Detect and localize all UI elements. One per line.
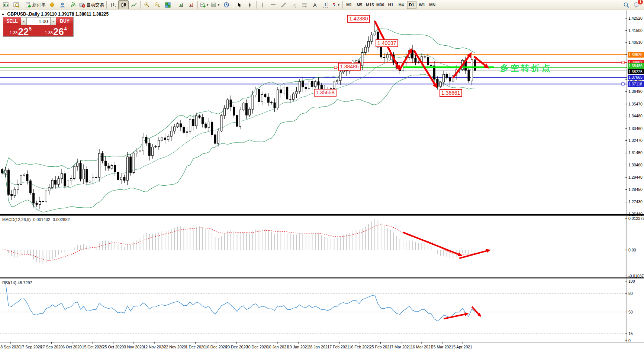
line-handle[interactable]	[622, 61, 624, 64]
line-chart-button[interactable]	[129, 0, 139, 9]
autotrading-button[interactable]: 自动交易	[78, 0, 105, 9]
cursor-icon	[237, 2, 242, 8]
price-label-trough[interactable]: 1.36661	[439, 89, 462, 97]
rsi-axis-label: 15	[628, 331, 633, 336]
macd-pane[interactable]	[2, 219, 491, 264]
timeframe-m5-button[interactable]: M5	[355, 1, 364, 9]
fibonacci-icon: F	[302, 2, 307, 8]
svg-text:E: E	[295, 6, 296, 8]
chart-title: ▲ GBPUSD-,Daily 1.39110 1.39178 1.38011 …	[1, 12, 109, 17]
arrows-tool-icon	[332, 2, 337, 7]
period-clock-button[interactable]	[221, 0, 232, 9]
search-button[interactable]	[621, 0, 631, 9]
metaeditor-button[interactable]	[47, 0, 57, 9]
timeframe-m30-button[interactable]: M30	[376, 1, 385, 9]
macd-axis-label: 0.00	[628, 248, 636, 252]
date-label: 3 Nov 2020	[124, 345, 144, 349]
cn-annotation-text[interactable]: 多空转折点	[500, 62, 552, 74]
hline-tool-button[interactable]	[268, 0, 278, 9]
zoom-out-button[interactable]	[152, 0, 162, 9]
text-tool-icon: A	[313, 2, 317, 8]
macd-axis-label: 0.012372	[628, 216, 644, 221]
sell-price[interactable]: 1.38 22 5	[3, 25, 38, 36]
collapse-panel-icon[interactable]: ▲	[1, 12, 4, 16]
price-label-level[interactable]: 1.38486	[338, 63, 361, 71]
toolbar-separator	[342, 1, 343, 9]
timeframe-h1-button[interactable]: H1	[386, 1, 396, 9]
trendline-tool-button[interactable]	[278, 0, 289, 9]
date-label: 12 Nov 2020	[143, 345, 165, 349]
price-label-retest[interactable]: 1.40037	[376, 39, 398, 47]
vline-tool-button[interactable]	[258, 0, 268, 9]
drawn-arrow[interactable]	[444, 314, 465, 319]
rsi-pane[interactable]	[0, 281, 627, 334]
auto-scroll-button[interactable]	[176, 0, 186, 9]
date-label: 5 Apr 2021	[453, 345, 472, 349]
timeframe-h4-button[interactable]: H4	[396, 1, 406, 9]
metaeditor-icon	[49, 2, 55, 8]
sell-price-prefix: 1.38	[10, 30, 17, 35]
price-label-shelf[interactable]: 1.35658	[314, 89, 337, 97]
ohlc-open: 1.39110	[41, 12, 57, 17]
zoom-in-button[interactable]	[142, 0, 152, 9]
candle-chart-button[interactable]	[118, 0, 129, 9]
candles-layer	[1, 20, 476, 209]
chart-canvas[interactable]: 1.425201.415001.405101.395201.374801.364…	[0, 10, 644, 351]
price-tick-label: 1.36490	[628, 89, 643, 94]
community-button[interactable]	[57, 0, 68, 9]
price-tick-label: 1.26440	[628, 212, 643, 216]
vline-icon	[261, 2, 265, 8]
new-order-button[interactable]: 新订单	[24, 0, 47, 9]
macd-pane-label: MACD(12,26,9) -0.001432 -0.002882	[2, 217, 70, 222]
sell-button[interactable]: SELL	[3, 17, 21, 25]
channel-tool-button[interactable]: E	[289, 0, 299, 9]
tile-windows-button[interactable]	[162, 0, 173, 9]
trendline-icon	[281, 2, 286, 8]
arrows-tool-button[interactable]: ▼	[331, 0, 341, 9]
indicators-button[interactable]: ▼	[199, 0, 210, 9]
chart-shift-button[interactable]	[186, 0, 196, 9]
price-tick-label: 1.27430	[628, 199, 643, 204]
drawn-arrow[interactable]	[403, 232, 458, 254]
timeframe-m1-button[interactable]: M1	[344, 1, 354, 9]
new-chart-icon	[3, 2, 9, 8]
date-label: 22 Nov 2020	[164, 345, 186, 349]
date-label: 7 Feb 2021	[329, 345, 349, 349]
volume-decrease-button[interactable]: ▼	[21, 17, 27, 25]
new-chart-button[interactable]	[1, 0, 11, 9]
crosshair-tool-button[interactable]	[245, 0, 255, 9]
bar-chart-button[interactable]	[108, 0, 118, 9]
volume-increase-button[interactable]: ▲	[50, 17, 56, 25]
price-label-peak[interactable]: 1.42380	[347, 15, 370, 23]
text-label-tool-button[interactable]: T	[320, 0, 331, 9]
profiles-button[interactable]	[11, 0, 22, 9]
price-badge: 1.38225	[628, 69, 644, 74]
templates-button[interactable]: ▼	[210, 0, 221, 9]
rsi-pane-label: RSI(14) 48.7297	[2, 280, 32, 285]
buy-button[interactable]: BUY	[56, 17, 73, 25]
bollinger-bands	[2, 29, 475, 212]
drawn-arrow[interactable]	[459, 251, 486, 259]
sell-price-big: 22	[18, 27, 29, 36]
line-handle[interactable]	[622, 83, 624, 85]
community-icon	[59, 2, 65, 8]
buy-price[interactable]: 1.38 26 4	[38, 25, 73, 36]
time-axis[interactable]: 8 Sep 202017 Sep 202027 Sep 20206 Oct 20…	[0, 342, 472, 349]
timeframe-w1-button[interactable]: W1	[417, 1, 427, 9]
cursor-tool-button[interactable]	[234, 0, 245, 9]
fibonacci-tool-button[interactable]: F	[299, 0, 310, 9]
main-pane[interactable]	[0, 20, 627, 212]
signals-button[interactable]	[68, 0, 78, 9]
symbol-name: GBPUSD-,Daily	[7, 12, 39, 17]
new-order-icon	[25, 2, 31, 8]
notifications-button[interactable]: 1	[631, 0, 642, 9]
price-tick-label: 1.28450	[628, 187, 643, 192]
timeframe-mn-button[interactable]: MN	[428, 1, 437, 9]
text-tool-button[interactable]: A	[310, 0, 320, 9]
buy-price-big: 26	[53, 27, 64, 36]
label-anchor-handle[interactable]	[334, 66, 337, 69]
timeframe-d1-button[interactable]: D1	[407, 1, 416, 9]
timeframe-m15-button[interactable]: M15	[365, 1, 375, 9]
volume-input[interactable]: 1.00	[27, 17, 50, 25]
date-label: 6 Oct 2020	[62, 345, 82, 349]
